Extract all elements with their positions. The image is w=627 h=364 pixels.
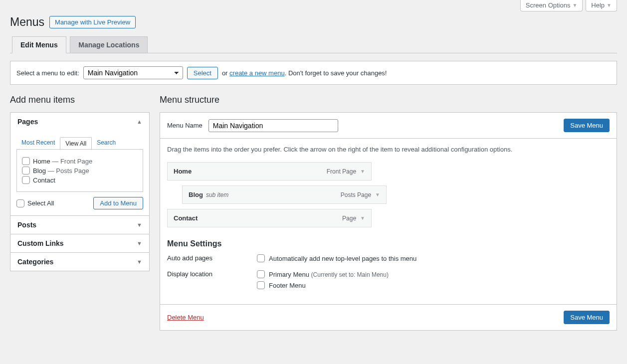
menu-item-blog[interactable]: Blog sub item Posts Page ▼	[182, 185, 387, 204]
menu-structure-box: Menu Name Save Menu Drag the items into …	[160, 112, 617, 331]
chevron-up-icon: ▲	[137, 119, 142, 125]
location-checkbox[interactable]	[257, 270, 265, 278]
menu-settings: Menu Settings Auto add pages Automatical…	[167, 239, 610, 292]
page-checkbox[interactable]	[22, 176, 30, 184]
inner-tab-view-all[interactable]: View All	[60, 137, 92, 150]
menu-select-dropdown[interactable]: Main Navigation	[83, 66, 183, 79]
help-label: Help	[591, 1, 605, 9]
structure-bottom-bar: Delete Menu Save Menu	[160, 304, 617, 330]
page-item[interactable]: Contact	[22, 176, 138, 184]
select-button[interactable]: Select	[187, 67, 218, 79]
delete-menu-link[interactable]: Delete Menu	[167, 314, 204, 321]
accordion-title: Custom Links	[17, 239, 64, 247]
menu-name-label: Menu Name	[167, 122, 203, 129]
save-menu-button-top[interactable]: Save Menu	[564, 119, 610, 132]
auto-add-label: Auto add pages	[167, 254, 257, 265]
accordion-head-posts[interactable]: Posts ▼	[10, 216, 149, 234]
menu-item-contact[interactable]: Contact Page ▼	[167, 209, 372, 227]
live-preview-button[interactable]: Manage with Live Preview	[49, 16, 136, 28]
accordion-head-custom-links[interactable]: Custom Links ▼	[10, 234, 149, 252]
accordion-section-categories: Categories ▼	[10, 252, 149, 271]
accordion-title: Posts	[17, 221, 36, 229]
location-primary-menu[interactable]: Primary Menu (Currently set to: Main Men…	[257, 270, 389, 278]
page-item[interactable]: Blog — Posts Page	[22, 167, 138, 175]
help-button[interactable]: Help ▼	[586, 0, 617, 11]
structure-body: Drag the items into the order you prefer…	[160, 139, 617, 304]
chevron-down-icon[interactable]: ▼	[360, 169, 365, 174]
select-menu-label: Select a menu to edit:	[16, 69, 79, 77]
accordion-section-pages: Pages ▲ Most Recent View All Search Home…	[10, 113, 149, 215]
tab-manage-locations[interactable]: Manage Locations	[70, 36, 148, 53]
accordion-head-categories[interactable]: Categories ▼	[10, 253, 149, 271]
accordion: Pages ▲ Most Recent View All Search Home…	[10, 112, 150, 271]
menu-structure-heading: Menu structure	[160, 95, 617, 105]
location-footer-menu[interactable]: Footer Menu	[257, 281, 389, 289]
accordion-section-posts: Posts ▼	[10, 215, 149, 234]
auto-add-option[interactable]: Automatically add new top-level pages to…	[257, 254, 417, 262]
add-menu-items-column: Add menu items Pages ▲ Most Recent View …	[10, 95, 150, 271]
page-title: Menus	[10, 15, 44, 29]
page-checkbox[interactable]	[22, 157, 30, 165]
menu-select-bar: Select a menu to edit: Main Navigation S…	[10, 61, 617, 85]
drag-hint-text: Drag the items into the order you prefer…	[167, 146, 610, 153]
accordion-head-pages[interactable]: Pages ▲	[10, 113, 149, 131]
nav-tabs: Edit Menus Manage Locations	[10, 36, 617, 53]
save-menu-button-bottom[interactable]: Save Menu	[564, 311, 610, 324]
screen-options-button[interactable]: Screen Options ▼	[520, 0, 583, 11]
accordion-body-pages: Most Recent View All Search Home — Front…	[10, 137, 149, 215]
chevron-down-icon: ▼	[137, 222, 142, 228]
chevron-down-icon[interactable]: ▼	[375, 192, 380, 197]
select-bar-trailing: or create a new menu. Don't forget to sa…	[222, 69, 387, 77]
inner-tab-search[interactable]: Search	[92, 137, 121, 150]
main-content: Add menu items Pages ▲ Most Recent View …	[10, 95, 617, 331]
chevron-down-icon: ▼	[607, 2, 612, 8]
page-checkbox[interactable]	[22, 167, 30, 175]
menu-structure-column: Menu structure Menu Name Save Menu Drag …	[160, 95, 617, 331]
inner-tab-most-recent[interactable]: Most Recent	[16, 137, 60, 150]
menu-item-home[interactable]: Home Front Page ▼	[167, 162, 372, 181]
accordion-title: Pages	[17, 118, 38, 126]
page-list-actions: Select All Add to Menu	[16, 197, 143, 209]
setting-auto-add: Auto add pages Automatically add new top…	[167, 254, 610, 265]
auto-add-checkbox[interactable]	[257, 254, 265, 262]
accordion-section-custom-links: Custom Links ▼	[10, 234, 149, 252]
create-new-menu-link[interactable]: create a new menu	[229, 69, 285, 77]
setting-display-location: Display location Primary Menu (Currently…	[167, 270, 610, 292]
structure-top-bar: Menu Name Save Menu	[160, 113, 617, 139]
screen-options-label: Screen Options	[526, 1, 571, 9]
tab-edit-menus[interactable]: Edit Menus	[12, 36, 66, 53]
top-actions-bar: Screen Options ▼ Help ▼	[10, 0, 617, 11]
chevron-down-icon: ▼	[137, 240, 142, 246]
display-location-label: Display location	[167, 270, 257, 292]
chevron-down-icon[interactable]: ▼	[360, 215, 365, 221]
chevron-down-icon: ▼	[137, 259, 142, 265]
select-all-label[interactable]: Select All	[16, 199, 54, 207]
page-item[interactable]: Home — Front Page	[22, 157, 138, 165]
menu-name-input[interactable]	[209, 119, 338, 132]
chevron-down-icon: ▼	[572, 2, 577, 8]
location-checkbox[interactable]	[257, 281, 265, 289]
inner-tabs: Most Recent View All Search	[16, 137, 143, 150]
add-to-menu-button[interactable]: Add to Menu	[93, 197, 143, 209]
page-list: Home — Front Page Blog — Posts Page Cont…	[16, 149, 143, 192]
page-heading-row: Menus Manage with Live Preview	[10, 11, 617, 36]
menu-settings-heading: Menu Settings	[167, 239, 610, 248]
add-menu-items-heading: Add menu items	[10, 95, 150, 105]
select-all-checkbox[interactable]	[16, 199, 24, 207]
accordion-title: Categories	[17, 258, 53, 266]
